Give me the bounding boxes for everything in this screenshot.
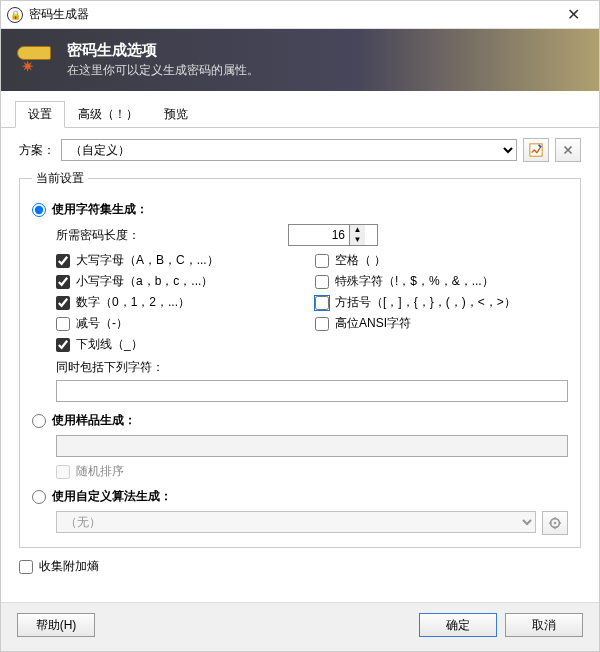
- chk-underscore[interactable]: [56, 338, 70, 352]
- radio-charset-label: 使用字符集生成：: [52, 201, 148, 218]
- chk-upper[interactable]: [56, 254, 70, 268]
- scheme-select[interactable]: （自定义）: [61, 139, 517, 161]
- length-spinner[interactable]: ▲▼: [288, 224, 378, 246]
- window-title: 密码生成器: [29, 6, 553, 23]
- radio-pattern-label: 使用样品生成：: [52, 412, 136, 429]
- spin-down-icon: ▼: [350, 235, 365, 245]
- chk-special[interactable]: [315, 275, 329, 289]
- radio-pattern[interactable]: [32, 414, 46, 428]
- chk-space[interactable]: [315, 254, 329, 268]
- key-icon: ✷: [15, 40, 55, 80]
- current-settings-legend: 当前设置: [32, 170, 88, 187]
- tab-settings[interactable]: 设置: [15, 101, 65, 128]
- also-include-label: 同时包括下列字符：: [56, 359, 568, 376]
- cancel-button[interactable]: 取消: [505, 613, 583, 637]
- help-button[interactable]: 帮助(H): [17, 613, 95, 637]
- also-include-input[interactable]: [56, 380, 568, 402]
- algo-settings-button: [542, 511, 568, 535]
- chk-lower[interactable]: [56, 275, 70, 289]
- tabs: 设置 高级（！） 预览: [1, 91, 599, 128]
- length-label: 所需密码长度：: [56, 227, 288, 244]
- titlebar: 🔒 密码生成器 ✕: [1, 1, 599, 29]
- algo-select: （无）: [56, 511, 536, 533]
- footer: 帮助(H) 确定 取消: [1, 602, 599, 651]
- chk-collect-entropy[interactable]: [19, 560, 33, 574]
- tab-preview[interactable]: 预览: [151, 101, 201, 128]
- chk-highansi[interactable]: [315, 317, 329, 331]
- banner: ✷ 密码生成选项 在这里你可以定义生成密码的属性。: [1, 29, 599, 91]
- radio-algo-label: 使用自定义算法生成：: [52, 488, 172, 505]
- scheme-label: 方案：: [19, 142, 55, 159]
- delete-scheme-button[interactable]: [555, 138, 581, 162]
- svg-point-2: [554, 522, 557, 525]
- tab-advanced[interactable]: 高级（！）: [65, 101, 151, 128]
- lock-icon: 🔒: [7, 7, 23, 23]
- length-input[interactable]: [289, 225, 349, 245]
- save-scheme-button[interactable]: [523, 138, 549, 162]
- banner-subtitle: 在这里你可以定义生成密码的属性。: [67, 62, 259, 79]
- banner-title: 密码生成选项: [67, 41, 259, 60]
- pattern-input: [56, 435, 568, 457]
- current-settings-group: 当前设置 使用字符集生成： 所需密码长度： ▲▼ 大写字母（A，B，C，...）…: [19, 170, 581, 548]
- chk-minus[interactable]: [56, 317, 70, 331]
- radio-charset[interactable]: [32, 203, 46, 217]
- chk-bracket[interactable]: [315, 296, 329, 310]
- close-icon[interactable]: ✕: [553, 5, 593, 24]
- radio-algo[interactable]: [32, 490, 46, 504]
- ok-button[interactable]: 确定: [419, 613, 497, 637]
- chk-digit[interactable]: [56, 296, 70, 310]
- chk-random-permute: [56, 465, 70, 479]
- spin-up-icon: ▲: [350, 225, 365, 235]
